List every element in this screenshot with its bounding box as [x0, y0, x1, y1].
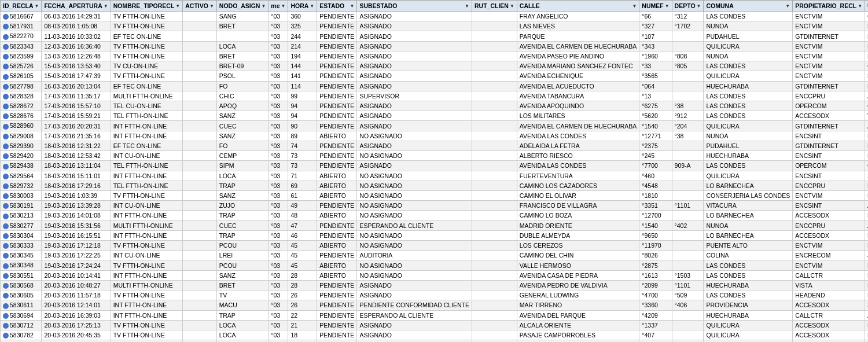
column-header-numero[interactable]: NUMEF ▼	[639, 1, 672, 12]
cell-propietario_reclamo: ACCESODX	[793, 230, 865, 240]
cell-activo	[183, 310, 217, 320]
filter-icon[interactable]: ▼	[310, 3, 314, 9]
table-row[interactable]: 582572615-03-2016 13:53:40TV CU-ON-LINEB…	[1, 61, 869, 71]
column-header-depto[interactable]: DEPTO ▼	[672, 1, 704, 12]
cell-estado: PENDIENTE	[317, 61, 357, 71]
cell-rut_cliente	[472, 161, 517, 171]
cell-nombre_tipo_reclamo: INT FTTH-ON-LINE	[111, 310, 183, 320]
table-row[interactable]: 583030419-03-2016 16:15:51INT FTTH-ON-LI…	[1, 230, 869, 240]
table-row[interactable]: 582334312-03-2016 16:36:40TV FTTH-ON-LIN…	[1, 41, 869, 51]
column-header-usuario_creador[interactable]: USUARIO_CREA ▼	[865, 1, 868, 12]
cell-usuario_creador: FSAEZA	[865, 21, 868, 31]
table-row[interactable]: 582896017-03-2016 20:20:31INT FTTH-ON-LI…	[1, 121, 869, 131]
table-row[interactable]: 583034519-03-2016 17:22:25INT CU-ON-LINE…	[1, 251, 869, 260]
table-row[interactable]: 582832817-03-2016 11:35:17MULTI FTTH-ONL…	[1, 91, 869, 101]
column-header-calle[interactable]: CALLE ▼	[517, 1, 639, 12]
cell-depto	[672, 330, 704, 340]
table-row[interactable]: 583071220-03-2016 17:25:13TV FTTH-ON-LIN…	[1, 320, 869, 330]
table-row[interactable]: 583055120-03-2016 10:14:41INT FTTH-ON-LI…	[1, 270, 869, 280]
table-row[interactable]: 583027719-03-2016 15:31:56MULTI FTTH-ONL…	[1, 220, 869, 230]
table-row[interactable]: 582900817-03-2016 21:35:16INT FTTH-ON-LI…	[1, 131, 869, 141]
table-row[interactable]: 583069420-03-2016 16:39:03INT FTTH-ON-LI…	[1, 310, 869, 320]
cell-me: °03	[269, 181, 288, 190]
cell-nombre_tipo_reclamo: INT FTTH-ON-LINE	[111, 211, 183, 220]
column-header-nodo_asignado[interactable]: NODO_ASIGN ▼	[216, 1, 269, 12]
column-header-fecha_apertura[interactable]: FECHA_APERTURA ▼	[42, 1, 111, 12]
cell-nodo_asignado: TRAP	[216, 230, 269, 240]
cell-subestado: ASIGNADO	[357, 61, 472, 71]
filter-icon[interactable]: ▼	[632, 3, 637, 9]
table-row[interactable]: 581793108-03-2016 1:05:08TV FTTH-ON-LINE…	[1, 21, 869, 31]
cell-numero: °7700	[639, 161, 672, 171]
column-header-comuna[interactable]: COMUNA ▼	[704, 1, 793, 12]
filter-icon[interactable]: ▼	[104, 3, 108, 9]
filter-icon[interactable]: ▼	[209, 3, 214, 9]
cell-nodo_asignado: PSOL	[216, 71, 269, 81]
table-row[interactable]: 583000319-03-2016 1:03:39TV FTTH-ON-LINE…	[1, 190, 869, 200]
cell-propietario_reclamo: ACCESODX	[793, 111, 865, 121]
cell-comuna: LAS CONDES	[704, 61, 793, 71]
column-header-subestado[interactable]: SUBESTADO ▼	[357, 1, 472, 12]
cell-depto	[672, 41, 704, 51]
filter-icon[interactable]: ▼	[350, 3, 354, 9]
table-row[interactable]: 582227011-03-2016 10:33:02EF TEC ON-LINE…	[1, 31, 869, 41]
filter-icon[interactable]: ▼	[175, 3, 180, 9]
table-row[interactable]: 582359913-03-2016 12:26:48TV FTTH-ON-LIN…	[1, 51, 869, 61]
table-row[interactable]: 583060520-03-2016 11:57:18TV FTTH-ON-LIN…	[1, 290, 869, 300]
filter-icon[interactable]: ▼	[35, 3, 39, 9]
cell-subestado: ASIGNADO	[357, 141, 472, 150]
filter-icon[interactable]: ▼	[785, 3, 790, 9]
cell-me: °03	[269, 81, 288, 91]
cell-estado: PENDIENTE	[317, 91, 357, 101]
cell-depto	[672, 31, 704, 41]
table-row[interactable]: 582943818-03-2016 13:11:04TEL FTTH-ON-LI…	[1, 161, 869, 171]
table-row[interactable]: 582610515-03-2016 17:47:39TV FTTH-ON-LIN…	[1, 71, 869, 81]
column-header-activo[interactable]: ACTIVO ▼	[183, 1, 217, 12]
cell-nombre_tipo_reclamo: TV FTTH-ON-LINE	[111, 260, 183, 270]
cell-me: °03	[269, 300, 288, 310]
cell-usuario_creador: RVARGAS	[865, 71, 868, 81]
table-row[interactable]: 582867217-03-2016 15:57:10TEL CU-ON-LINE…	[1, 101, 869, 111]
filter-icon[interactable]: ▼	[665, 3, 670, 9]
table-row[interactable]: 583019119-03-2016 13:39:28INT CU-ON-LINE…	[1, 201, 869, 211]
column-header-estado[interactable]: ESTADO ▼	[317, 1, 357, 12]
cell-nodo_asignado: SANG	[216, 12, 269, 21]
filter-icon[interactable]: ▼	[281, 3, 286, 9]
cell-nodo_asignado: BRET	[216, 51, 269, 61]
cell-id_reclamo: 5830213	[1, 211, 42, 220]
table-row[interactable]: 582779816-03-2016 20:13:04EF TEC ON-LINE…	[1, 81, 869, 91]
table-row[interactable]: 583078220-03-2016 20:45:35TV FTTH-ON-LIN…	[1, 330, 869, 340]
table-row[interactable]: 583061120-03-2016 12:14:01INT FTTH-ON-LI…	[1, 300, 869, 310]
filter-icon[interactable]: ▼	[697, 3, 701, 9]
table-row[interactable]: 583033319-03-2016 17:12:18TV FTTH-ON-LIN…	[1, 241, 869, 251]
row-icon	[3, 153, 9, 159]
column-header-nombre_tipo_reclamo[interactable]: NOMBRE_TIPORECL ▼	[111, 1, 183, 12]
table-row[interactable]: 582942018-03-2016 12:53:42INT CU-ON-LINE…	[1, 151, 869, 161]
column-header-id_reclamo[interactable]: ID_RECLA ▼	[1, 1, 42, 12]
column-header-rut_cliente[interactable]: RUT_CLIEN ▼	[472, 1, 517, 12]
column-header-propietario_reclamo[interactable]: PROPIETARIO_RECL ▼	[793, 1, 865, 12]
table-row[interactable]: 583056820-03-2016 10:48:27MULTI FTTH-ONL…	[1, 280, 869, 290]
row-icon	[3, 233, 9, 239]
filter-icon[interactable]: ▼	[510, 3, 514, 9]
cell-me: °03	[269, 21, 288, 31]
cell-comuna: LAS CONDES	[704, 12, 793, 21]
cell-fecha_apertura: 17-03-2016 21:35:16	[42, 131, 111, 141]
cell-usuario_creador: GAREVALOB	[865, 101, 868, 111]
filter-icon[interactable]: ▼	[261, 3, 266, 9]
filter-icon[interactable]: ▼	[858, 3, 862, 9]
table-row[interactable]: 581666706-03-2016 14:29:31TV FTTH-ON-LIN…	[1, 12, 869, 21]
column-header-me[interactable]: me ▼	[269, 1, 288, 12]
cell-nodo_asignado: SANZ	[216, 270, 269, 280]
table-row[interactable]: 582867617-03-2016 15:59:21TEL FTTH-ON-LI…	[1, 111, 869, 121]
table-row[interactable]: 582939018-03-2016 12:31:22EF TEC ON-LINE…	[1, 141, 869, 150]
table-row[interactable]: 582973218-03-2016 17:29:16TEL FTTH-ON-LI…	[1, 181, 869, 190]
cell-subestado: ASIGNADO	[357, 111, 472, 121]
table-row[interactable]: 583021319-03-2016 14:01:08INT FTTH-ON-LI…	[1, 211, 869, 220]
filter-icon[interactable]: ▼	[465, 3, 469, 9]
cell-propietario_reclamo: ENCTVIM	[793, 241, 865, 251]
column-header-hora[interactable]: HORA ▼	[288, 1, 317, 12]
cell-activo	[183, 181, 217, 190]
table-row[interactable]: 582956418-03-2016 15:11:01INT FTTH-ON-LI…	[1, 171, 869, 181]
table-row[interactable]: 583034819-03-2016 17:24:24TV FTTH-ON-LIN…	[1, 260, 869, 270]
